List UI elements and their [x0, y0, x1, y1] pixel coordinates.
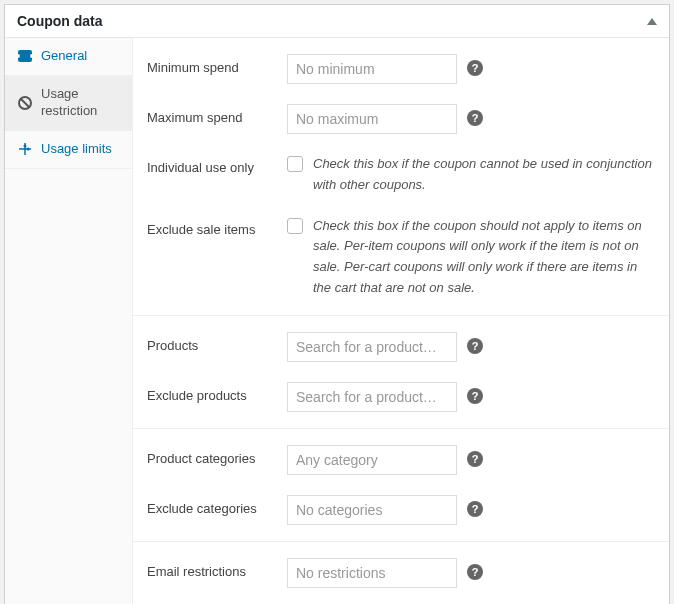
label-exclude-products: Exclude products: [147, 382, 275, 403]
help-icon[interactable]: ?: [467, 451, 483, 467]
panel-header: Coupon data: [5, 5, 669, 38]
label-email-restrictions: Email restrictions: [147, 558, 275, 579]
row-exclude-sale: Exclude sale items Check this box if the…: [133, 206, 669, 309]
panel-body: General Usage restriction Usage limits M…: [5, 38, 669, 604]
help-icon[interactable]: ?: [467, 564, 483, 580]
group-categories: Product categories ? Exclude categories …: [133, 429, 669, 542]
email-restrictions-input[interactable]: [287, 558, 457, 588]
help-icon[interactable]: ?: [467, 60, 483, 76]
maximum-spend-input[interactable]: [287, 104, 457, 134]
svg-line-1: [21, 99, 29, 107]
row-product-categories: Product categories ?: [133, 435, 669, 485]
panel-title: Coupon data: [17, 13, 103, 29]
label-minimum-spend: Minimum spend: [147, 54, 275, 75]
ticket-icon: [17, 50, 33, 62]
coupon-data-panel: Coupon data General Usage restriction: [4, 4, 670, 604]
tab-general-label: General: [41, 48, 120, 65]
exclude-categories-input[interactable]: [287, 495, 457, 525]
row-individual-use: Individual use only Check this box if th…: [133, 144, 669, 206]
individual-use-description: Check this box if the coupon cannot be u…: [313, 154, 655, 196]
individual-use-checkbox[interactable]: [287, 156, 303, 172]
label-maximum-spend: Maximum spend: [147, 104, 275, 125]
group-email: Email restrictions ?: [133, 542, 669, 604]
tab-general[interactable]: General: [5, 38, 132, 76]
tab-usage-restriction[interactable]: Usage restriction: [5, 76, 132, 131]
help-icon[interactable]: ?: [467, 110, 483, 126]
tab-usage-restriction-label: Usage restriction: [41, 86, 120, 120]
row-maximum-spend: Maximum spend ?: [133, 94, 669, 144]
label-individual-use: Individual use only: [147, 154, 275, 175]
group-products: Products ? Exclude products ?: [133, 316, 669, 429]
tab-usage-limits-label: Usage limits: [41, 141, 120, 158]
product-categories-input[interactable]: [287, 445, 457, 475]
collapse-toggle-icon[interactable]: [647, 18, 657, 25]
label-product-categories: Product categories: [147, 445, 275, 466]
label-exclude-sale: Exclude sale items: [147, 216, 275, 237]
row-exclude-categories: Exclude categories ?: [133, 485, 669, 535]
help-icon[interactable]: ?: [467, 388, 483, 404]
help-icon[interactable]: ?: [467, 501, 483, 517]
row-minimum-spend: Minimum spend ?: [133, 44, 669, 94]
svg-point-5: [27, 148, 30, 151]
row-exclude-products: Exclude products ?: [133, 372, 669, 422]
row-email-restrictions: Email restrictions ?: [133, 548, 669, 598]
tab-usage-limits[interactable]: Usage limits: [5, 131, 132, 169]
svg-point-4: [24, 145, 27, 148]
exclude-products-input[interactable]: [287, 382, 457, 412]
exclude-sale-description: Check this box if the coupon should not …: [313, 216, 655, 299]
label-exclude-categories: Exclude categories: [147, 495, 275, 516]
ban-icon: [17, 96, 33, 110]
minimum-spend-input[interactable]: [287, 54, 457, 84]
tabs-sidebar: General Usage restriction Usage limits: [5, 38, 133, 604]
sliders-icon: [17, 142, 33, 156]
exclude-sale-checkbox[interactable]: [287, 218, 303, 234]
content-area: Minimum spend ? Maximum spend ? Individu…: [133, 38, 669, 604]
help-icon[interactable]: ?: [467, 338, 483, 354]
label-products: Products: [147, 332, 275, 353]
row-products: Products ?: [133, 322, 669, 372]
group-spend: Minimum spend ? Maximum spend ? Individu…: [133, 38, 669, 316]
products-input[interactable]: [287, 332, 457, 362]
